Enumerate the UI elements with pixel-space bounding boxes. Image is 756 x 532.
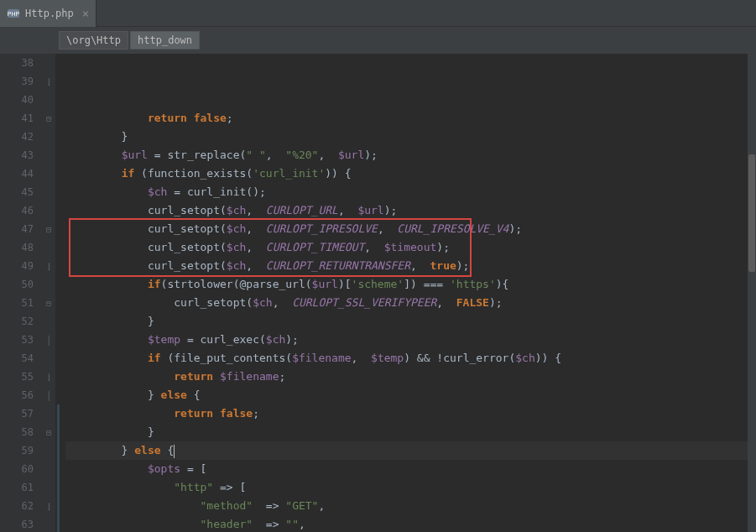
line-number: 53 (0, 331, 34, 349)
fold-marker[interactable] (42, 441, 55, 460)
breadcrumb-namespace[interactable]: \org\Http (59, 31, 128, 50)
fold-marker[interactable] (42, 515, 55, 532)
tab-filename: Http.php (25, 8, 74, 19)
line-number: 51 (0, 294, 34, 312)
breadcrumb-bar: \org\Http http_down (0, 27, 756, 54)
fold-marker[interactable]: ⊟ (42, 220, 55, 238)
fold-marker[interactable]: ⊟ (42, 423, 55, 441)
fold-marker[interactable] (42, 128, 55, 146)
line-number: 43 (0, 146, 34, 164)
line-number-gutter: 3839404142434445464748495051525354555657… (0, 54, 42, 532)
fold-marker[interactable]: ⊟ (42, 294, 55, 312)
line-number: 39 (0, 72, 34, 91)
fold-marker[interactable]: ⌋ (42, 368, 55, 386)
fold-marker[interactable]: │ (42, 386, 55, 404)
fold-marker[interactable] (42, 146, 55, 164)
code-line[interactable]: return false; (65, 404, 756, 423)
code-line[interactable]: curl_setopt($ch, CURLOPT_SSL_VERIFYPEER,… (65, 294, 756, 312)
fold-marker[interactable] (42, 312, 55, 331)
line-number: 57 (0, 404, 34, 423)
fold-marker[interactable]: ⌋ (42, 257, 55, 275)
text-caret (174, 445, 175, 458)
line-number: 47 (0, 220, 34, 238)
line-number: 41 (0, 109, 34, 128)
fold-marker[interactable] (42, 201, 55, 220)
code-area[interactable]: return false; } $url = str_replace(" ", … (65, 54, 756, 532)
line-number: 50 (0, 275, 34, 294)
fold-column[interactable]: ⌋⊟⊟⌋⊟│⌋│⊟⌋ (42, 54, 55, 532)
line-number: 55 (0, 368, 34, 386)
fold-marker[interactable] (42, 164, 55, 183)
fold-marker[interactable] (42, 349, 55, 368)
fold-marker[interactable]: ⌋ (42, 72, 55, 91)
close-icon[interactable]: × (82, 7, 89, 20)
code-editor[interactable]: 3839404142434445464748495051525354555657… (0, 54, 756, 532)
fold-marker[interactable] (42, 275, 55, 294)
editor-tab[interactable]: PHP Http.php × (0, 0, 96, 27)
code-line[interactable]: "header" => "", (65, 515, 756, 532)
code-line[interactable]: } (65, 312, 756, 331)
code-line[interactable]: $ch = curl_init(); (65, 183, 756, 201)
code-line[interactable]: } (65, 423, 756, 441)
svg-text:PHP: PHP (8, 11, 20, 17)
code-line[interactable]: curl_setopt($ch, CURLOPT_RETURNTRANSFER,… (65, 257, 756, 275)
line-number: 44 (0, 164, 34, 183)
line-number: 52 (0, 312, 34, 331)
fold-marker[interactable]: ⌋ (42, 497, 55, 515)
code-line[interactable]: if (function_exists('curl_init')) { (65, 164, 756, 183)
code-line[interactable]: } else { (65, 441, 756, 460)
line-number: 60 (0, 460, 34, 478)
line-number: 61 (0, 478, 34, 497)
line-number: 40 (0, 91, 34, 109)
line-number: 59 (0, 441, 34, 460)
breadcrumb-method[interactable]: http_down (130, 31, 200, 50)
code-line[interactable]: return $filename; (65, 368, 756, 386)
fold-marker[interactable] (42, 404, 55, 423)
fold-marker[interactable] (42, 54, 55, 72)
fold-marker[interactable] (42, 460, 55, 478)
line-number: 45 (0, 183, 34, 201)
fold-marker[interactable] (42, 238, 55, 257)
code-line[interactable]: $url = str_replace(" ", "%20", $url); (65, 146, 756, 164)
line-number: 62 (0, 497, 34, 515)
vertical-scrollbar[interactable] (748, 54, 756, 532)
code-line[interactable]: "http" => [ (65, 478, 756, 497)
scrollbar-thumb[interactable] (748, 154, 755, 272)
code-line[interactable]: curl_setopt($ch, CURLOPT_TIMEOUT, $timeo… (65, 238, 756, 257)
fold-marker[interactable]: │ (42, 331, 55, 349)
code-line[interactable]: return false; (65, 109, 756, 128)
fold-marker[interactable] (42, 183, 55, 201)
php-file-icon: PHP (7, 7, 20, 20)
change-margin (55, 54, 65, 532)
line-number: 38 (0, 54, 34, 72)
line-number: 49 (0, 257, 34, 275)
code-line[interactable]: curl_setopt($ch, CURLOPT_URL, $url); (65, 201, 756, 220)
line-number: 46 (0, 201, 34, 220)
line-number: 58 (0, 423, 34, 441)
code-line[interactable]: "method" => "GET", (65, 497, 756, 515)
fold-marker[interactable] (42, 478, 55, 497)
code-line[interactable]: $opts = [ (65, 460, 756, 478)
line-number: 54 (0, 349, 34, 368)
fold-marker[interactable]: ⊟ (42, 109, 55, 128)
fold-marker[interactable] (42, 91, 55, 109)
line-number: 63 (0, 515, 34, 532)
line-number: 42 (0, 128, 34, 146)
code-line[interactable]: $temp = curl_exec($ch); (65, 331, 756, 349)
code-line[interactable]: if(strtolower(@parse_url($url)['scheme']… (65, 275, 756, 294)
line-number: 48 (0, 238, 34, 257)
code-line[interactable]: if (file_put_contents($filename, $temp) … (65, 349, 756, 368)
code-line[interactable]: } else { (65, 386, 756, 404)
tab-bar: PHP Http.php × (0, 0, 756, 27)
code-line[interactable]: curl_setopt($ch, CURLOPT_IPRESOLVE, CURL… (65, 220, 756, 238)
line-number: 56 (0, 386, 34, 404)
code-line[interactable]: } (65, 128, 756, 146)
change-marker (57, 404, 60, 532)
